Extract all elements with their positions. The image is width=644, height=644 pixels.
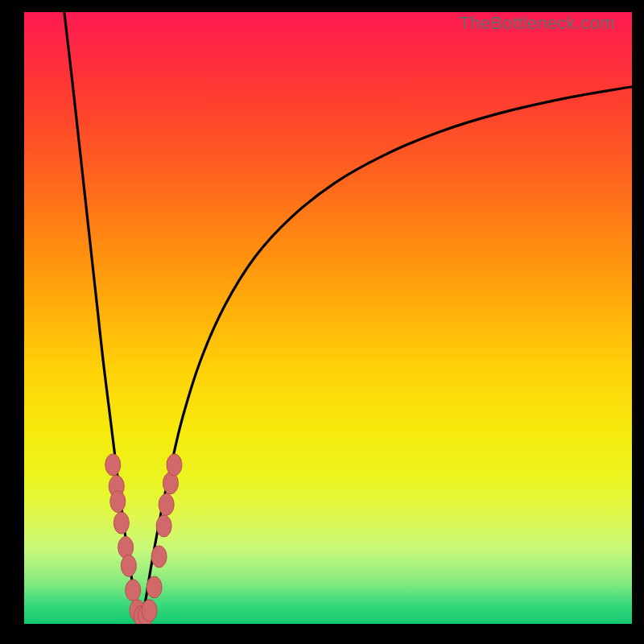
data-marker — [105, 454, 121, 476]
data-marker — [159, 493, 174, 515]
data-marker — [121, 555, 136, 576]
plot-area — [24, 12, 632, 624]
watermark-text: TheBottleneck.com — [460, 13, 615, 34]
data-marker — [142, 600, 157, 621]
data-marker — [114, 512, 129, 534]
marker-cluster — [105, 454, 182, 624]
data-marker — [156, 515, 171, 537]
data-marker — [151, 546, 167, 568]
data-marker — [147, 576, 162, 598]
data-marker — [126, 580, 141, 601]
curve-layer — [24, 12, 632, 624]
data-marker — [110, 491, 126, 513]
chart-frame: TheBottleneck.com — [0, 0, 644, 644]
curve-right-branch — [142, 87, 632, 621]
data-marker — [167, 454, 182, 476]
